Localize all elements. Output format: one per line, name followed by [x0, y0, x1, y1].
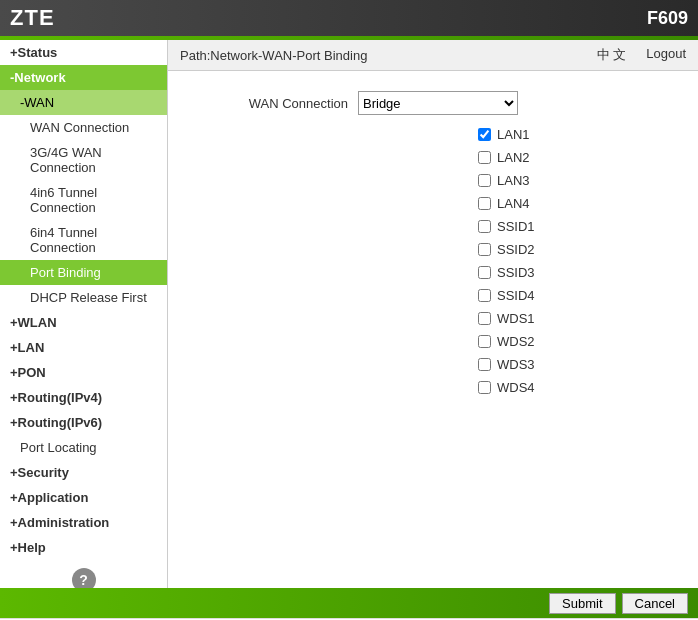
sidebar-item-3g4g[interactable]: 3G/4G WAN Connection	[0, 140, 167, 180]
sidebar-item-wan[interactable]: -WAN	[0, 90, 167, 115]
footer: Submit Cancel	[0, 588, 698, 618]
checkbox-row-ssid4: SSID4	[198, 288, 668, 303]
checkbox-lan1[interactable]	[478, 128, 491, 141]
sidebar-item-wlan[interactable]: +WLAN	[0, 310, 167, 335]
checkbox-ssid2[interactable]	[478, 243, 491, 256]
sidebar-item-dhcp-release[interactable]: DHCP Release First	[0, 285, 167, 310]
sidebar-item-routing-ipv4[interactable]: +Routing(IPv4)	[0, 385, 167, 410]
checkbox-row-ssid3: SSID3	[198, 265, 668, 280]
label-lan3: LAN3	[497, 173, 530, 188]
model: F609	[647, 8, 688, 29]
wan-connection-label: WAN Connection	[198, 96, 358, 111]
label-ssid2: SSID2	[497, 242, 535, 257]
main-layout: +Status -Network -WAN WAN Connection 3G/…	[0, 40, 698, 588]
sidebar-item-routing-ipv6[interactable]: +Routing(IPv6)	[0, 410, 167, 435]
checkbox-row-wds4: WDS4	[198, 380, 668, 395]
sidebar-item-network[interactable]: -Network	[0, 65, 167, 90]
content-area: WAN Connection BridgePPPoEIPoEPPPoAIPoA …	[168, 71, 698, 423]
sidebar-item-pon[interactable]: +PON	[0, 360, 167, 385]
label-wds4: WDS4	[497, 380, 535, 395]
pathbar: Path:Network-WAN-Port Binding 中 文 Logout	[168, 40, 698, 71]
sidebar-item-port-locating[interactable]: Port Locating	[0, 435, 167, 460]
sidebar-item-application[interactable]: +Application	[0, 485, 167, 510]
checkbox-lan2[interactable]	[478, 151, 491, 164]
sidebar-item-wan-connection[interactable]: WAN Connection	[0, 115, 167, 140]
checkbox-wds3[interactable]	[478, 358, 491, 371]
logo: ZTE	[10, 5, 55, 31]
checkbox-row-lan2: LAN2	[198, 150, 668, 165]
sidebar-item-status[interactable]: +Status	[0, 40, 167, 65]
checkbox-row-wds1: WDS1	[198, 311, 668, 326]
checkbox-row-ssid2: SSID2	[198, 242, 668, 257]
label-ssid3: SSID3	[497, 265, 535, 280]
label-ssid1: SSID1	[497, 219, 535, 234]
top-links: 中 文 Logout	[597, 46, 686, 64]
checkbox-row-lan4: LAN4	[198, 196, 668, 211]
checkbox-wds2[interactable]	[478, 335, 491, 348]
sidebar-item-lan[interactable]: +LAN	[0, 335, 167, 360]
sidebar: +Status -Network -WAN WAN Connection 3G/…	[0, 40, 168, 588]
sidebar-item-port-binding[interactable]: Port Binding	[0, 260, 167, 285]
logout-link[interactable]: Logout	[646, 46, 686, 64]
checkbox-lan3[interactable]	[478, 174, 491, 187]
checkbox-wds4[interactable]	[478, 381, 491, 394]
sidebar-item-6in4[interactable]: 6in4 Tunnel Connection	[0, 220, 167, 260]
checkbox-row-wds2: WDS2	[198, 334, 668, 349]
checkbox-ssid1[interactable]	[478, 220, 491, 233]
checkbox-ssid3[interactable]	[478, 266, 491, 279]
wan-connection-select[interactable]: BridgePPPoEIPoEPPPoAIPoA	[358, 91, 518, 115]
submit-button[interactable]: Submit	[549, 593, 615, 614]
checkbox-row-lan1: LAN1	[198, 127, 668, 142]
label-wds2: WDS2	[497, 334, 535, 349]
checkbox-ssid4[interactable]	[478, 289, 491, 302]
lang-switch[interactable]: 中 文	[597, 46, 627, 64]
label-ssid4: SSID4	[497, 288, 535, 303]
sidebar-item-administration[interactable]: +Administration	[0, 510, 167, 535]
checkbox-wds1[interactable]	[478, 312, 491, 325]
label-lan1: LAN1	[497, 127, 530, 142]
checkbox-row-wds3: WDS3	[198, 357, 668, 372]
checkboxes-container: LAN1LAN2LAN3LAN4SSID1SSID2SSID3SSID4WDS1…	[198, 127, 668, 395]
label-wds1: WDS1	[497, 311, 535, 326]
sidebar-item-help[interactable]: +Help	[0, 535, 167, 560]
label-lan4: LAN4	[497, 196, 530, 211]
cancel-button[interactable]: Cancel	[622, 593, 688, 614]
label-wds3: WDS3	[497, 357, 535, 372]
checkbox-row-lan3: LAN3	[198, 173, 668, 188]
help-button[interactable]: ?	[72, 568, 96, 588]
wan-connection-row: WAN Connection BridgePPPoEIPoEPPPoAIPoA	[198, 91, 668, 115]
sidebar-item-security[interactable]: +Security	[0, 460, 167, 485]
breadcrumb: Path:Network-WAN-Port Binding	[180, 48, 367, 63]
checkbox-row-ssid1: SSID1	[198, 219, 668, 234]
sidebar-item-4in6[interactable]: 4in6 Tunnel Connection	[0, 180, 167, 220]
checkbox-lan4[interactable]	[478, 197, 491, 210]
main-content: Path:Network-WAN-Port Binding 中 文 Logout…	[168, 40, 698, 588]
label-lan2: LAN2	[497, 150, 530, 165]
header: ZTE F609	[0, 0, 698, 36]
